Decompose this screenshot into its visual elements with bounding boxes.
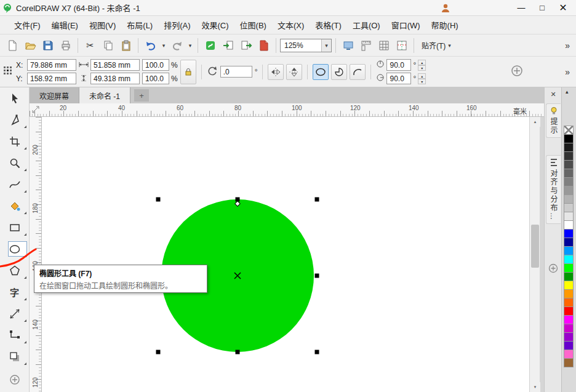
ruler-origin-icon[interactable] [31,105,40,116]
search-content-icon[interactable] [202,37,218,54]
vertical-ruler[interactable]: 200 180 160 140 120 [30,117,42,392]
menu-effects[interactable]: 效果(C) [196,16,234,34]
scroll-up-icon[interactable]: ▴ [530,117,540,127]
color-swatch[interactable] [564,134,574,143]
print-icon[interactable] [57,37,74,54]
spin-down-icon[interactable]: ▾ [418,65,426,71]
cut-icon[interactable]: ✂ [82,37,98,54]
selection-handle[interactable] [315,350,319,354]
menu-view[interactable]: 视图(V) [84,16,121,34]
menu-edit[interactable]: 编辑(E) [46,16,84,34]
color-swatch[interactable] [564,186,574,195]
docker-close-icon[interactable]: ✕ [548,89,558,99]
show-grid-icon[interactable] [375,37,392,54]
arc-mode-button[interactable] [350,64,366,80]
docker-add-icon[interactable] [548,263,558,275]
palette-scroll-up-icon[interactable]: ▴ [566,89,569,95]
y-position-field[interactable]: 158.92 mm [27,73,76,84]
color-swatch[interactable] [564,246,574,255]
zoom-tool[interactable] [0,152,29,174]
color-swatch[interactable] [564,177,574,186]
arc-end-spinner[interactable]: ▴ ▾ [418,73,426,84]
color-swatch[interactable] [564,238,574,247]
object-height-field[interactable]: 49.318 mm [90,73,140,84]
x-position-field[interactable]: 79.886 mm [27,59,76,71]
spin-down-icon[interactable]: ▾ [418,79,426,84]
spin-up-icon[interactable]: ▴ [418,73,426,79]
no-color-swatch[interactable] [564,126,574,135]
minimize-button[interactable]: — [511,1,532,15]
propbar-overflow-button[interactable]: » [559,67,576,77]
ellipse-tool[interactable] [0,238,29,260]
color-swatch[interactable] [564,315,574,324]
menu-bitmaps[interactable]: 位图(B) [234,16,272,34]
scroll-down-icon[interactable]: ▾ [530,382,540,392]
menu-text[interactable]: 文本(X) [272,16,310,34]
color-swatch[interactable] [564,160,574,169]
toolbar-overflow-button[interactable]: » [559,41,576,50]
object-width-field[interactable]: 51.858 mm [90,59,140,71]
circle-plus-icon[interactable] [511,65,523,79]
fullscreen-preview-icon[interactable] [340,37,356,54]
crop-tool[interactable] [0,130,29,152]
horizontal-ruler[interactable]: 20 40 60 80 100 120 140 160 毫米 [30,103,544,117]
connector-tool[interactable] [0,324,29,346]
arc-end-angle-field[interactable]: 90.0 [386,73,411,84]
color-swatch[interactable] [564,143,574,152]
docker-tab-hints[interactable]: 提示 [546,103,561,138]
menu-layout[interactable]: 布局(L) [121,16,158,34]
mirror-vertical-button[interactable] [286,64,302,80]
menu-window[interactable]: 窗口(W) [386,16,426,34]
color-swatch[interactable] [564,263,574,273]
scrollbar-thumb[interactable] [531,225,539,268]
export-icon[interactable] [238,37,254,54]
ellipse-mode-button[interactable] [313,64,329,80]
paste-icon[interactable] [118,37,134,54]
selection-handle[interactable] [236,350,240,354]
color-swatch[interactable] [564,229,574,238]
color-swatch[interactable] [564,220,574,230]
color-swatch[interactable] [564,281,574,290]
zoom-level-select[interactable]: 125% ▾ [280,39,332,52]
shape-tool[interactable] [0,109,29,130]
snap-to-menu[interactable]: 贴齐(T) ▾ [418,38,455,54]
color-swatch[interactable] [564,169,574,178]
color-swatch[interactable] [564,151,574,161]
new-document-icon[interactable] [4,37,20,54]
import-icon[interactable] [220,37,236,54]
close-button[interactable]: ✕ [553,1,574,15]
arc-start-angle-field[interactable]: 90.0 [386,59,411,71]
lock-ratio-button[interactable] [180,60,196,84]
color-swatch[interactable] [564,272,574,281]
vertical-scrollbar[interactable]: ▴ ▾ [529,117,540,392]
freehand-tool[interactable] [0,174,29,195]
color-swatch[interactable] [564,332,574,342]
rectangle-tool[interactable] [0,217,29,238]
show-rulers-icon[interactable] [358,37,374,54]
selection-handle[interactable] [315,198,319,202]
menu-arrange[interactable]: 排列(A) [158,16,196,34]
show-guidelines-icon[interactable] [393,37,410,54]
scale-v-field[interactable]: 100.0 [142,73,169,84]
menu-help[interactable]: 帮助(H) [426,16,464,34]
rotation-angle-field[interactable]: .0 [220,66,252,78]
parallel-dimension-tool[interactable] [0,303,29,324]
drawing-canvas[interactable] [42,117,529,392]
drop-shadow-tool[interactable] [0,346,29,367]
pick-tool[interactable] [0,87,29,109]
arc-start-spinner[interactable]: ▴ ▾ [418,60,426,71]
menu-file[interactable]: 文件(F) [9,16,46,34]
color-swatch[interactable] [564,203,574,212]
mirror-horizontal-button[interactable] [268,64,284,80]
color-swatch[interactable] [564,306,574,316]
pie-mode-button[interactable] [331,64,347,80]
docker-tab-align-distribute[interactable]: 对齐与分布… [546,155,561,224]
undo-dropdown-caret[interactable]: ▾ [160,37,167,54]
selection-handle[interactable] [315,274,319,278]
color-swatch[interactable] [564,341,574,350]
tab-welcome-screen[interactable]: 欢迎屏幕 [30,87,79,103]
copy-icon[interactable] [100,37,116,54]
menu-tools[interactable]: 工具(O) [347,16,386,34]
zoom-caret-icon[interactable]: ▾ [321,39,331,52]
smart-fill-tool[interactable] [0,195,29,217]
